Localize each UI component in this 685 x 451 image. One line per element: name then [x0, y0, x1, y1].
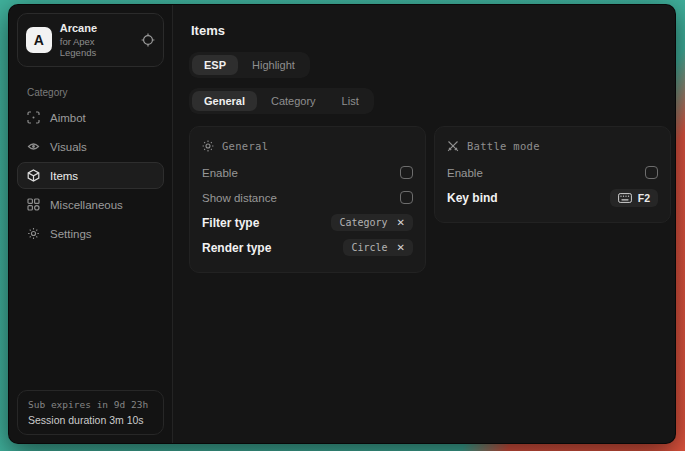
card-title: General	[222, 140, 268, 152]
cube-icon	[27, 169, 40, 182]
keybind-button[interactable]: F2	[610, 189, 658, 207]
card-title: Battle mode	[467, 140, 540, 152]
general-card-header: General	[202, 140, 413, 152]
subscription-status-card: Sub expires in 9d 23h Session duration 3…	[17, 390, 164, 435]
app-window: A Arcane for Apex Legends Category	[8, 4, 676, 444]
keybind-value: F2	[638, 192, 650, 204]
setting-row-enable: Enable	[202, 160, 413, 185]
sidebar-item-visuals[interactable]: Visuals	[17, 133, 164, 160]
keyboard-icon	[618, 193, 632, 203]
sidebar-item-label: Settings	[50, 228, 92, 240]
sidebar-item-aimbot[interactable]: Aimbot	[17, 104, 164, 131]
sidebar-item-settings[interactable]: Settings	[17, 220, 164, 247]
sidebar: A Arcane for Apex Legends Category	[9, 5, 173, 443]
filter-type-value: Category	[339, 217, 387, 228]
battle-mode-card-header: Battle mode	[447, 140, 658, 152]
mode-tabbar: ESP Highlight	[189, 52, 310, 78]
app-logo: A	[26, 27, 52, 53]
session-duration-text: Session duration 3m 10s	[28, 414, 153, 426]
close-icon[interactable]: ✕	[397, 218, 405, 228]
setting-label: Filter type	[202, 216, 259, 230]
enable-checkbox[interactable]	[400, 166, 413, 179]
sidebar-item-label: Items	[50, 170, 78, 182]
setting-row-key-bind: Key bind F2	[447, 185, 658, 210]
render-type-select[interactable]: Circle ✕	[343, 239, 413, 256]
app-header-card: A Arcane for Apex Legends	[17, 13, 164, 67]
general-card: General Enable Show distance Filter type…	[189, 126, 426, 273]
setting-label: Show distance	[202, 192, 277, 204]
setting-label: Render type	[202, 241, 271, 255]
render-type-value: Circle	[351, 242, 387, 253]
setting-label: Enable	[202, 167, 238, 179]
setting-label: Key bind	[447, 191, 498, 205]
sidebar-nav: Aimbot Visuals Items	[9, 104, 172, 247]
sidebar-item-items[interactable]: Items	[17, 162, 164, 189]
battle-enable-checkbox[interactable]	[645, 166, 658, 179]
settings-cards: General Enable Show distance Filter type…	[189, 126, 671, 273]
setting-row-show-distance: Show distance	[202, 185, 413, 210]
sidebar-item-label: Miscellaneous	[50, 199, 123, 211]
tab-list[interactable]: List	[330, 91, 371, 111]
sidebar-item-miscellaneous[interactable]: Miscellaneous	[17, 191, 164, 218]
app-name: Arcane	[60, 22, 133, 34]
filter-type-select[interactable]: Category ✕	[331, 214, 413, 231]
app-subtitle: for Apex Legends	[60, 36, 133, 58]
crosshair-frame-icon	[27, 111, 40, 124]
crosshair-icon[interactable]	[141, 33, 155, 47]
app-meta: Arcane for Apex Legends	[60, 22, 133, 58]
sidebar-item-label: Aimbot	[50, 112, 86, 124]
tab-category[interactable]: Category	[259, 91, 328, 111]
setting-row-render-type: Render type Circle ✕	[202, 235, 413, 260]
setting-row-battle-enable: Enable	[447, 160, 658, 185]
sidebar-section-label: Category	[27, 87, 172, 98]
tab-general[interactable]: General	[192, 91, 257, 111]
sub-expiry-text: Sub expires in 9d 23h	[28, 399, 153, 410]
grid-icon	[27, 198, 40, 211]
swords-icon	[447, 140, 459, 152]
tab-esp[interactable]: ESP	[192, 55, 238, 75]
main-content: Items ESP Highlight General Category Lis…	[173, 5, 676, 443]
close-icon[interactable]: ✕	[397, 243, 405, 253]
view-tabbar: General Category List	[189, 88, 374, 114]
gear-icon	[27, 227, 40, 240]
battle-mode-card: Battle mode Enable Key bind	[434, 126, 671, 223]
setting-label: Enable	[447, 167, 483, 179]
page-title: Items	[191, 23, 671, 38]
eye-icon	[27, 140, 40, 153]
sidebar-item-label: Visuals	[50, 141, 87, 153]
sun-icon	[202, 140, 214, 152]
tab-highlight[interactable]: Highlight	[240, 55, 307, 75]
show-distance-checkbox[interactable]	[400, 191, 413, 204]
setting-row-filter-type: Filter type Category ✕	[202, 210, 413, 235]
